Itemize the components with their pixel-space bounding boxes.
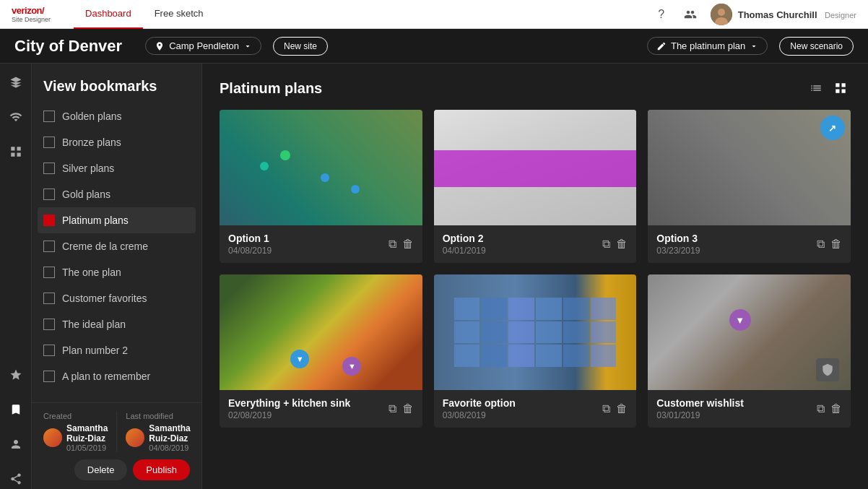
card-date-option1: 04/08/2019: [228, 246, 389, 256]
nav-panel-title: View bookmarks: [32, 64, 201, 103]
folder-icon-number2: [43, 345, 55, 356]
nav-item-label: Gold plans: [62, 189, 110, 200]
nav-panel-footer: Created Samantha Ruiz-Diaz 01/05/2019 La…: [32, 402, 201, 489]
card-name-option1: Option 1: [228, 233, 389, 244]
user-profile[interactable]: Thomas Churchill Designer: [711, 4, 856, 25]
nav-item-ideal[interactable]: The ideal plan: [38, 311, 196, 337]
grid-icon[interactable]: [6, 142, 26, 162]
nav-item-remember[interactable]: A plan to remember: [38, 363, 196, 389]
folder-icon-golden: [43, 111, 55, 122]
nav-panel: View bookmarks Golden plans Bronze plans…: [32, 64, 202, 489]
card-info-wishlist: Customer wishlist 03/01/2019 ⧉ 🗑: [648, 390, 851, 428]
nav-item-label: Platinum plans: [62, 215, 129, 226]
avatar: [711, 4, 732, 25]
nav-item-number2[interactable]: Plan number 2: [38, 337, 196, 363]
tab-free-sketch[interactable]: Free sketch: [143, 0, 215, 29]
new-scenario-button[interactable]: New scenario: [779, 37, 854, 56]
favorites-icon[interactable]: [6, 365, 26, 385]
help-icon[interactable]: ?: [653, 6, 670, 23]
card-image-option2: [434, 110, 637, 225]
card-actions-option1: ⧉ 🗑: [389, 238, 414, 251]
copy-icon-favorite[interactable]: ⧉: [602, 402, 610, 415]
nav-item-customer[interactable]: Customer favorites: [38, 285, 196, 311]
user-role: Designer: [825, 11, 856, 20]
nav-item-one[interactable]: The one plan: [38, 259, 196, 285]
nav-item-label: Plan number 2: [62, 345, 128, 356]
top-navigation: verizon/ Site Designer Dashboard Free sk…: [0, 0, 868, 29]
nav-right-section: ? Thomas Churchill Designer: [653, 4, 856, 25]
nav-item-bronze[interactable]: Bronze plans: [38, 129, 196, 155]
nav-item-creme[interactable]: Creme de la creme: [38, 233, 196, 259]
card-image-favorite: [434, 274, 637, 390]
card-image-kitchen: ▼ ▼: [220, 274, 422, 390]
nav-item-golden[interactable]: Golden plans: [38, 103, 196, 129]
grid-view-button[interactable]: [830, 78, 851, 98]
bookmark-card-favorite: Favorite option 03/08/2019 ⧉ 🗑: [434, 274, 637, 428]
nav-panel-list: Golden plans Bronze plans Silver plans G…: [32, 103, 201, 402]
delete-icon-option2[interactable]: 🗑: [616, 238, 628, 251]
card-details-option3: Option 3 03/23/2019: [656, 233, 817, 256]
app-logo: verizon/ Site Designer: [12, 5, 51, 23]
card-actions-favorite: ⧉ 🗑: [602, 402, 628, 415]
card-actions-kitchen: ⧉ 🗑: [389, 402, 414, 415]
delete-icon-favorite[interactable]: 🗑: [616, 402, 628, 415]
magenta-overlay-option2: [434, 150, 637, 187]
copy-icon-kitchen[interactable]: ⧉: [389, 402, 396, 415]
footer-buttons: Delete Publish: [43, 459, 190, 480]
card-info-option3: Option 3 03/23/2019 ⧉ 🗑: [648, 225, 851, 263]
user-info: Thomas Churchill Designer: [738, 8, 856, 21]
delete-icon-option1[interactable]: 🗑: [402, 238, 414, 251]
card-actions-wishlist: ⧉ 🗑: [817, 402, 842, 415]
nav-item-label: Customer favorites: [62, 293, 147, 304]
pin-purple-wishlist: ▼: [729, 309, 751, 331]
shield-icon-wishlist: [816, 358, 839, 381]
folder-icon-ideal: [43, 319, 55, 330]
map-bg-kitchen: [220, 274, 422, 390]
card-name-favorite: Favorite option: [443, 397, 603, 409]
bookmark-card-option3: ↗ Option 3 03/23/2019 ⧉ 🗑: [648, 110, 851, 263]
svg-point-1: [718, 9, 725, 16]
content-area: Platinum plans: [202, 64, 868, 489]
folder-icon-silver: [43, 163, 55, 174]
card-name-option3: Option 3: [656, 233, 817, 244]
publish-button[interactable]: Publish: [133, 459, 190, 480]
plan-selector[interactable]: The platinum plan: [647, 37, 768, 55]
copy-icon-option2[interactable]: ⧉: [602, 238, 610, 251]
nav-item-silver[interactable]: Silver plans: [38, 155, 196, 181]
share-icon[interactable]: [6, 469, 26, 489]
nav-item-label: Creme de la creme: [62, 241, 148, 252]
layers-icon[interactable]: [6, 72, 26, 92]
bookmark-icon[interactable]: [6, 399, 26, 420]
creator-date: 01/05/2019: [66, 443, 108, 452]
badge-blue-option3: ↗: [820, 116, 845, 140]
copy-icon-option1[interactable]: ⧉: [389, 238, 396, 251]
person-icon[interactable]: [6, 434, 26, 454]
delete-icon-kitchen[interactable]: 🗑: [402, 402, 414, 415]
footer-created-col: Created Samantha Ruiz-Diaz 01/05/2019: [43, 412, 108, 452]
brand-name: verizon/: [12, 5, 51, 16]
users-icon[interactable]: [682, 6, 699, 23]
new-site-button[interactable]: New site: [273, 37, 328, 56]
tab-dashboard[interactable]: Dashboard: [74, 0, 143, 29]
location-selector[interactable]: Camp Pendleton: [145, 37, 261, 55]
delete-button[interactable]: Delete: [74, 459, 128, 480]
nav-item-platinum[interactable]: Platinum plans: [38, 207, 196, 233]
copy-icon-wishlist[interactable]: ⧉: [817, 402, 825, 415]
list-view-button[interactable]: [806, 78, 826, 98]
view-toggle: [806, 78, 851, 98]
signal-icon[interactable]: [6, 107, 26, 127]
dot-blue-2: [351, 185, 360, 194]
delete-icon-option3[interactable]: 🗑: [830, 238, 842, 251]
card-date-option2: 04/01/2019: [443, 246, 603, 256]
folder-icon-one: [43, 267, 55, 278]
card-details-kitchen: Everything + kitchen sink 02/08/2019: [228, 397, 389, 420]
user-name: Thomas Churchill: [738, 9, 817, 20]
icon-sidebar: [0, 64, 32, 489]
creator-info: Samantha Ruiz-Diaz 01/05/2019: [43, 423, 108, 452]
card-actions-option2: ⧉ 🗑: [602, 238, 628, 251]
copy-icon-option3[interactable]: ⧉: [817, 238, 825, 251]
delete-icon-wishlist[interactable]: 🗑: [830, 402, 842, 415]
nav-item-gold[interactable]: Gold plans: [38, 181, 196, 207]
bookmark-card-kitchen: ▼ ▼ Everything + kitchen sink 02/08/2019…: [220, 274, 422, 428]
folder-icon-customer: [43, 293, 55, 304]
